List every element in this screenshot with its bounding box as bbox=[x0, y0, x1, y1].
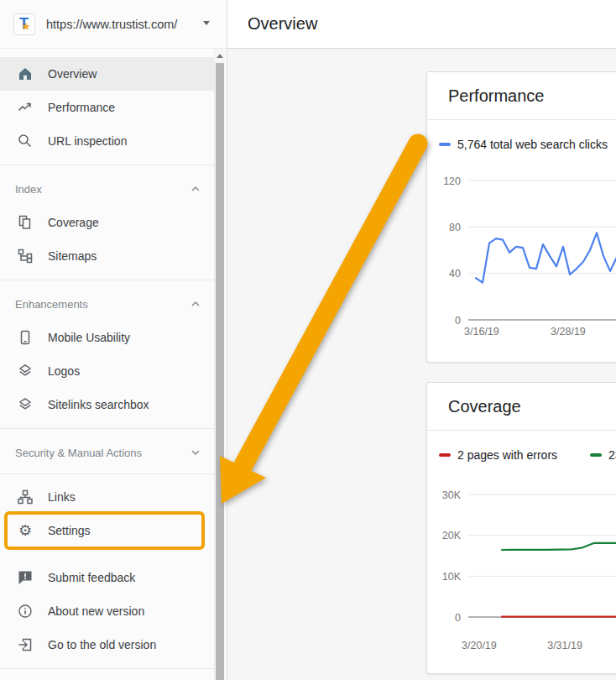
legend-marker bbox=[439, 143, 451, 146]
legend-label: 2 pages with errors bbox=[457, 448, 557, 462]
divider bbox=[0, 280, 215, 280]
sidebar-item-label: Coverage bbox=[48, 216, 99, 229]
sidebar-scrollbar bbox=[214, 49, 225, 680]
page-title: Overview bbox=[248, 14, 317, 34]
sidebar-item-sitemaps[interactable]: Sitemaps bbox=[0, 239, 215, 273]
series-line bbox=[502, 543, 616, 550]
triangle-up-icon bbox=[217, 54, 223, 58]
sidebar-item-go-to-old-version[interactable]: Go to the old version bbox=[0, 628, 215, 662]
scrollbar-thumb[interactable] bbox=[216, 63, 224, 680]
sidebar: T ★ https://www.trustist.com/ Overview bbox=[0, 0, 227, 680]
sidebar-item-overview[interactable]: Overview bbox=[0, 57, 215, 91]
trending-up-icon bbox=[18, 100, 33, 115]
site-logo: T ★ bbox=[13, 13, 35, 35]
divider bbox=[427, 430, 616, 431]
sidebar-item-coverage[interactable]: Coverage bbox=[0, 206, 215, 239]
site-logo-star-icon: ★ bbox=[21, 20, 31, 33]
divider bbox=[0, 165, 215, 165]
y-tick-label: 0 bbox=[455, 612, 461, 624]
feedback-icon bbox=[18, 570, 33, 585]
x-tick-label: 3/20/19 bbox=[462, 640, 497, 651]
scrollbar-up-button[interactable] bbox=[215, 49, 225, 62]
annotation-highlight-box bbox=[4, 511, 205, 550]
y-tick-label: 10K bbox=[442, 571, 462, 583]
divider bbox=[0, 428, 215, 429]
performance-card[interactable]: Performance 5,764 total web search click… bbox=[426, 71, 616, 363]
sidebar-item-sitelinks-searchbox[interactable]: Sitelinks searchbox bbox=[0, 388, 215, 421]
section-label: Enhancements bbox=[15, 298, 88, 311]
y-tick-label: 20K bbox=[442, 530, 462, 541]
sidebar-item-links[interactable]: Links bbox=[0, 480, 215, 514]
sidebar-item-label: Performance bbox=[48, 101, 115, 114]
main-content: Performance 5,764 total web search click… bbox=[227, 49, 616, 680]
coverage-legend: 2 pages with errors23 bbox=[439, 447, 616, 462]
card-title: Coverage bbox=[427, 383, 616, 416]
home-icon bbox=[18, 66, 33, 81]
chevron-up-icon bbox=[191, 186, 200, 191]
legend-item[interactable]: 23 bbox=[590, 448, 616, 462]
sidebar-item-label: Mobile Usability bbox=[48, 331, 130, 344]
performance-chart: 040801203/16/193/28/19 bbox=[427, 177, 616, 358]
sidebar-item-label: Submit feedback bbox=[48, 571, 135, 584]
sidebar-item-label: Settings bbox=[48, 524, 91, 537]
performance-chart-svg: 040801203/16/193/28/19 bbox=[427, 177, 616, 358]
info-icon bbox=[18, 604, 33, 619]
divider bbox=[427, 119, 616, 120]
property-url: https://www.trustist.com/ bbox=[46, 18, 177, 31]
phone-icon bbox=[18, 330, 33, 345]
link-tree-icon bbox=[18, 489, 33, 505]
chevron-down-icon bbox=[203, 21, 210, 25]
sidebar-item-label: Links bbox=[48, 490, 76, 504]
series-line bbox=[476, 233, 616, 282]
sidebar-item-settings[interactable]: ⚙ Settings bbox=[0, 514, 215, 547]
legend-item[interactable]: 2 pages with errors bbox=[439, 448, 557, 462]
main-area: Overview Performance 5,764 total web sea… bbox=[227, 0, 616, 680]
coverage-card[interactable]: Coverage 2 pages with errors23 010K20K30… bbox=[426, 382, 616, 674]
y-tick-label: 40 bbox=[449, 268, 461, 280]
y-tick-label: 120 bbox=[443, 177, 461, 187]
layers-icon bbox=[18, 397, 33, 412]
divider bbox=[0, 473, 215, 474]
x-tick-label: 3/16/19 bbox=[464, 326, 499, 337]
x-tick-label: 3/31/19 bbox=[547, 640, 582, 651]
gear-icon: ⚙ bbox=[18, 523, 33, 538]
sidebar-item-label: URL inspection bbox=[48, 134, 127, 148]
sidebar-nav: Overview Performance URL inspection bbox=[0, 49, 215, 669]
sidebar-item-submit-feedback[interactable]: Submit feedback bbox=[0, 561, 215, 594]
chevron-up-icon bbox=[191, 301, 200, 306]
sidebar-item-about-new-version[interactable]: About new version bbox=[0, 594, 215, 628]
coverage-chart: 010K20K30K3/20/193/31/19 bbox=[427, 491, 616, 672]
section-label: Security & Manual Actions bbox=[15, 447, 142, 459]
divider bbox=[0, 668, 215, 669]
section-index[interactable]: Index bbox=[0, 172, 215, 206]
sidebar-item-mobile-usability[interactable]: Mobile Usability bbox=[0, 321, 215, 354]
search-console-app: T ★ https://www.trustist.com/ Overview bbox=[0, 0, 616, 680]
section-enhancements[interactable]: Enhancements bbox=[0, 287, 215, 321]
sidebar-item-url-inspection[interactable]: URL inspection bbox=[0, 124, 215, 158]
chevron-down-icon bbox=[191, 450, 200, 455]
sidebar-item-label: About new version bbox=[48, 604, 144, 618]
sidebar-item-logos[interactable]: Logos bbox=[0, 354, 215, 388]
y-tick-label: 30K bbox=[442, 491, 462, 501]
sidebar-item-label: Overview bbox=[48, 67, 97, 81]
sidebar-item-label: Go to the old version bbox=[48, 638, 156, 651]
legend-item[interactable]: 5,764 total web search clicks bbox=[439, 138, 608, 151]
sidebar-item-performance[interactable]: Performance bbox=[0, 91, 215, 124]
coverage-chart-svg: 010K20K30K3/20/193/31/19 bbox=[427, 491, 616, 672]
layers-icon bbox=[18, 364, 33, 379]
performance-legend: 5,764 total web search clicks bbox=[439, 137, 616, 151]
x-tick-label: 3/28/19 bbox=[551, 326, 586, 337]
section-security-manual-actions[interactable]: Security & Manual Actions bbox=[0, 436, 215, 469]
legend-label: 5,764 total web search clicks bbox=[457, 138, 608, 151]
search-icon bbox=[18, 133, 33, 149]
legend-label: 23 bbox=[608, 448, 616, 462]
legend-marker bbox=[439, 453, 451, 457]
legend-marker bbox=[590, 453, 602, 457]
sidebar-item-label: Sitemaps bbox=[48, 249, 97, 263]
sidebar-item-label: Sitelinks searchbox bbox=[48, 398, 149, 411]
y-tick-label: 0 bbox=[455, 315, 461, 327]
y-tick-label: 80 bbox=[449, 222, 461, 233]
exit-arrow-icon bbox=[18, 637, 33, 652]
property-selector[interactable]: T ★ https://www.trustist.com/ bbox=[0, 0, 227, 49]
sidebar-item-label: Logos bbox=[48, 364, 80, 378]
